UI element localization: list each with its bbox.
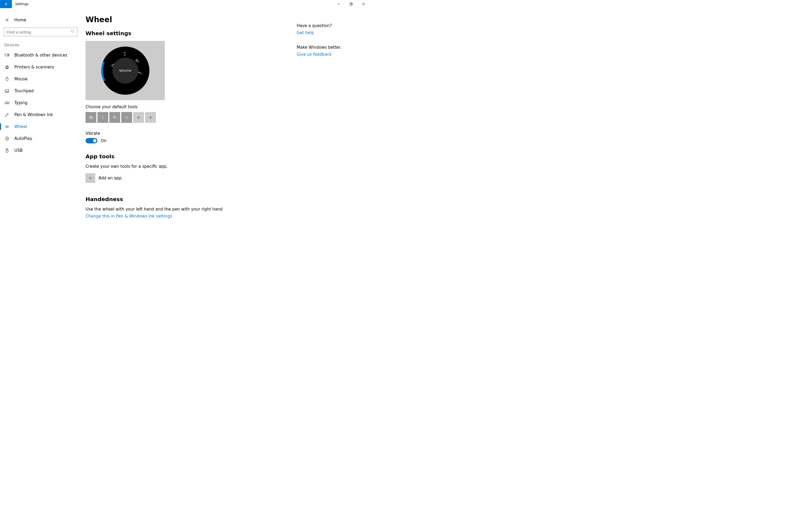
- pen-icon: [4, 112, 10, 117]
- usb-icon: [4, 148, 10, 153]
- feedback-link[interactable]: Give us feedback: [297, 52, 359, 57]
- touchpad-icon: [4, 89, 10, 93]
- svg-rect-3: [5, 54, 8, 56]
- sidebar-item-label: Touchpad: [14, 89, 33, 93]
- search-icon: [71, 30, 75, 34]
- printer-icon: [4, 65, 10, 70]
- sidebar-item-printers[interactable]: Printers & scanners: [0, 61, 81, 73]
- maximize-button[interactable]: [345, 0, 357, 8]
- svg-rect-15: [6, 150, 8, 152]
- sidebar-item-touchpad[interactable]: Touchpad: [0, 85, 81, 97]
- tool-undo-button[interactable]: [121, 112, 132, 123]
- radial-menu: Volume: [101, 47, 149, 95]
- volume-icon: [89, 115, 93, 120]
- maximize-icon: [350, 3, 352, 5]
- sidebar-item-label: Mouse: [14, 77, 28, 81]
- add-app-label: Add an app: [99, 176, 122, 180]
- undo-icon: [124, 115, 129, 120]
- wheel-settings-heading: Wheel settings: [86, 30, 223, 36]
- tool-buttons: [86, 112, 223, 123]
- svg-point-11: [5, 125, 9, 128]
- home-icon: [4, 18, 10, 22]
- plus-icon: [88, 176, 93, 180]
- wheel-preview: Volume: [86, 41, 165, 100]
- sidebar-item-label: AutoPlay: [14, 136, 32, 141]
- svg-point-13: [5, 137, 9, 140]
- svg-rect-4: [9, 54, 9, 56]
- window-controls: [332, 0, 370, 8]
- choose-tools-label: Choose your default tools: [86, 104, 223, 109]
- sidebar-item-label: Pen & Windows Ink: [14, 112, 53, 117]
- tool-add-button-2[interactable]: [145, 112, 156, 123]
- sidebar-item-label: Printers & scanners: [14, 65, 54, 70]
- devices-icon: [4, 53, 10, 58]
- app-tools-heading: App tools: [86, 153, 223, 160]
- sidebar-item-label: Typing: [14, 101, 27, 105]
- question-heading: Have a question?: [297, 23, 359, 28]
- sidebar-home-label: Home: [14, 18, 26, 22]
- svg-rect-0: [350, 3, 352, 5]
- svg-rect-14: [6, 149, 8, 150]
- mouse-icon: [4, 77, 10, 81]
- svg-rect-6: [6, 65, 8, 66]
- content: Wheel Wheel settings: [86, 14, 223, 239]
- add-app-button[interactable]: [86, 173, 95, 183]
- add-app-row[interactable]: Add an app: [86, 173, 223, 183]
- window-title: Settings: [15, 2, 28, 6]
- back-button[interactable]: [0, 0, 12, 8]
- tool-volume-button[interactable]: [86, 112, 96, 123]
- scroll-icon: [122, 51, 127, 57]
- svg-point-1: [6, 19, 8, 21]
- vibrate-label: Vibrate: [86, 131, 223, 136]
- radial-center-label: Volume: [112, 58, 138, 84]
- svg-rect-5: [6, 66, 9, 68]
- tool-scroll-button[interactable]: [97, 112, 108, 123]
- sidebar-home[interactable]: Home: [0, 14, 81, 26]
- handedness-heading: Handedness: [86, 196, 223, 202]
- arrow-left-icon: [4, 2, 8, 6]
- app-tools-description: Create your own tools for a specific app…: [86, 164, 223, 169]
- sidebar-item-label: USB: [14, 148, 23, 153]
- sidebar-item-label: Bluetooth & other devices: [14, 53, 67, 58]
- sidebar-item-mouse[interactable]: Mouse: [0, 73, 81, 85]
- search-input[interactable]: [4, 28, 77, 36]
- sidebar-category: Devices: [0, 43, 81, 49]
- sidebar-item-autoplay[interactable]: AutoPlay: [0, 133, 81, 145]
- feedback-heading: Make Windows better.: [297, 45, 359, 50]
- page-title: Wheel: [86, 15, 223, 24]
- sidebar-item-wheel[interactable]: Wheel: [0, 121, 81, 133]
- minimize-button[interactable]: [332, 0, 345, 8]
- plus-icon: [148, 115, 153, 120]
- scroll-icon: [101, 115, 105, 120]
- tool-zoom-button[interactable]: [109, 112, 120, 123]
- tool-add-button-1[interactable]: [133, 112, 144, 123]
- sidebar: Home Devices Bluetooth & other devices: [0, 8, 81, 239]
- keyboard-icon: [4, 101, 10, 105]
- vibrate-state: On: [101, 138, 106, 143]
- plus-icon: [136, 115, 141, 120]
- svg-rect-10: [5, 102, 9, 104]
- sidebar-item-pen[interactable]: Pen & Windows Ink: [0, 109, 81, 121]
- aside: Have a question? Get help Make Windows b…: [297, 14, 359, 239]
- svg-point-12: [6, 126, 8, 127]
- handedness-description: Use the wheel with your left hand and th…: [86, 207, 223, 212]
- search-box: [4, 28, 77, 36]
- minimize-icon: [337, 3, 340, 5]
- sidebar-item-label: Wheel: [14, 124, 27, 129]
- vibrate-toggle[interactable]: [86, 138, 97, 144]
- close-icon: [362, 3, 365, 5]
- zoom-icon: [112, 115, 117, 120]
- autoplay-icon: [4, 136, 10, 141]
- sidebar-item-typing[interactable]: Typing: [0, 97, 81, 109]
- handedness-link[interactable]: Change this in Pen & Windows Ink setting…: [86, 214, 223, 219]
- titlebar: Settings: [0, 0, 370, 8]
- close-button[interactable]: [357, 0, 370, 8]
- sidebar-item-bluetooth[interactable]: Bluetooth & other devices: [0, 49, 81, 61]
- get-help-link[interactable]: Get help: [297, 30, 359, 35]
- wheel-icon: [4, 124, 10, 129]
- sidebar-item-usb[interactable]: USB: [0, 145, 81, 156]
